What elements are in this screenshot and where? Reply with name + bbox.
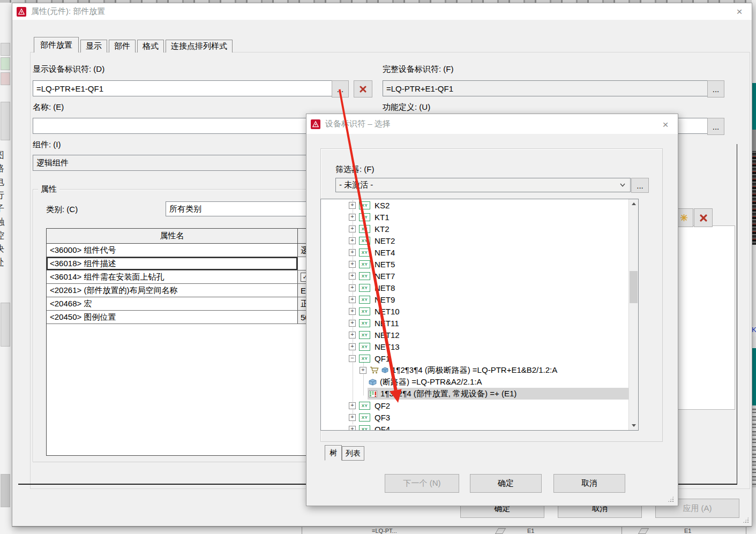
xy-layout-space-icon: XY (359, 307, 370, 315)
tree-scrollbar[interactable] (628, 199, 638, 430)
expand-plus-icon[interactable]: + (349, 414, 356, 421)
scroll-down-icon[interactable] (629, 421, 638, 430)
view-tab-1[interactable]: 列表 (342, 446, 364, 461)
tree-item[interactable]: +XYNET8 (321, 282, 638, 294)
selection-button-2[interactable]: 取消 (553, 474, 625, 493)
property-name-header[interactable]: 属性名 (47, 229, 298, 243)
tree-item[interactable]: +XYNET5 (321, 258, 638, 270)
properties-dialog-titlebar[interactable]: 属性(元件): 部件放置 (12, 3, 752, 20)
tree-item[interactable]: +XYNET13 (321, 341, 638, 352)
expand-plus-icon[interactable]: + (349, 284, 356, 291)
tree-item-body[interactable]: 1¶3¶2¶4 (部件放置, 常规设备) =+ (E1) (368, 388, 638, 400)
tree-item-body[interactable]: XYNET5 (358, 258, 638, 270)
property-name-cell[interactable]: <36018> 组件描述 (47, 257, 298, 270)
close-icon[interactable]: × (733, 6, 745, 18)
selection-dialog-titlebar[interactable]: 设备标识符 – 选择 (306, 114, 678, 134)
tree-item[interactable]: +XYQF4 (321, 423, 638, 431)
displayed-dt-delete-button[interactable] (354, 80, 372, 97)
tree-item[interactable]: +1¶2¶3¶4 (两极断路器) =LQ-PTR+E1&B2/1.2:A (321, 364, 638, 376)
tree-item-body[interactable]: XYNET4 (358, 246, 638, 258)
tree-item-body[interactable]: XYKT1 (358, 211, 638, 223)
tree-item[interactable]: +XYQF2 (321, 400, 638, 411)
selection-button-1[interactable]: 确定 (470, 474, 542, 493)
tab-3[interactable]: 格式 (137, 40, 164, 52)
displayed-dt-input[interactable]: =LQ-PTR+E1-QF1 (33, 80, 336, 96)
full-dt-browse-button[interactable]: ... (707, 80, 724, 97)
tree-item-body[interactable]: XYNET12 (358, 329, 638, 341)
tree-item[interactable]: +XYQF3 (321, 411, 638, 423)
filter-label: 筛选器: (F) (335, 164, 375, 175)
tree-item-body[interactable]: XYQF3 (358, 411, 638, 423)
tab-4[interactable]: 连接点排列样式 (166, 40, 233, 52)
collapse-minus-icon[interactable]: − (349, 355, 356, 362)
tree-item-body[interactable]: XYNET11 (358, 317, 638, 329)
tree-item[interactable]: +XYNET10 (321, 305, 638, 317)
filter-browse-button[interactable]: ... (631, 178, 649, 193)
property-name-cell[interactable]: <20450> 图例位置 (47, 311, 298, 324)
tree-item-body[interactable]: XYNET7 (358, 270, 638, 282)
tree-item-body[interactable]: XYQF2 (358, 400, 638, 411)
tree-item[interactable]: +XYKS2 (321, 199, 638, 211)
tree-item-body[interactable]: XYNET2 (358, 235, 638, 246)
expand-plus-icon[interactable]: + (349, 402, 356, 409)
tree-item[interactable]: +XYNET9 (321, 294, 638, 305)
name-input[interactable] (33, 118, 336, 134)
expand-plus-icon[interactable]: + (349, 343, 356, 350)
background-panel-fragment (1, 102, 10, 140)
property-name-cell[interactable]: <36000> 组件代号 (47, 244, 298, 257)
tree-item[interactable]: +XYNET11 (321, 317, 638, 329)
expand-plus-icon[interactable]: + (349, 249, 356, 256)
expand-plus-icon[interactable]: + (349, 273, 356, 280)
view-tab-0[interactable]: 树 (325, 445, 342, 461)
expand-plus-icon[interactable]: + (349, 214, 356, 221)
property-name-cell[interactable]: <20261> (部件放置的)布局空间名称 (47, 284, 298, 297)
close-icon[interactable]: × (660, 119, 671, 131)
tree-item-body[interactable]: XYNET9 (358, 294, 638, 305)
expand-plus-icon[interactable]: + (360, 367, 366, 374)
device-tree[interactable]: +XYKS2+XYKT1+XYKT2+XYNET2+XYNET4+XYNET5+… (320, 199, 639, 431)
tab-0[interactable]: 部件放置 (34, 37, 79, 52)
expand-plus-icon[interactable]: + (349, 332, 356, 339)
expand-plus-icon[interactable]: + (349, 296, 356, 303)
property-name-cell[interactable]: <20468> 宏 (47, 297, 298, 310)
tree-item-body[interactable]: XYQF1 (358, 352, 638, 364)
filter-dropdown[interactable]: - 未激活 - (335, 178, 631, 192)
scrollbar-thumb[interactable] (630, 271, 638, 303)
tree-item-body[interactable]: 1¶2¶3¶4 (两极断路器) =LQ-PTR+E1&B2/1.2:A (369, 364, 638, 376)
expand-plus-icon[interactable]: + (349, 225, 356, 232)
tree-item[interactable]: +XYKT2 (321, 223, 638, 235)
expand-plus-icon[interactable]: + (349, 202, 356, 209)
tab-2[interactable]: 部件 (109, 40, 136, 52)
expand-plus-icon[interactable]: + (349, 237, 356, 244)
delete-property-button[interactable] (694, 208, 713, 227)
tree-item[interactable]: +XYKT1 (321, 211, 638, 223)
expand-plus-icon[interactable]: + (349, 320, 356, 327)
tree-item[interactable]: −XYQF1 (321, 352, 638, 364)
property-name-cell[interactable]: <36014> 组件需在安装面上钻孔 (47, 270, 298, 283)
resize-grip[interactable] (668, 496, 674, 502)
tree-item[interactable]: +XYNET2 (321, 235, 638, 246)
tree-item-body[interactable]: XYNET8 (358, 282, 638, 294)
tree-item-label: NET10 (373, 307, 400, 316)
expand-plus-icon[interactable]: + (349, 426, 356, 431)
resize-grip[interactable] (743, 517, 749, 523)
function-def-label: 功能定义: (U) (383, 102, 430, 112)
function-def-browse-button[interactable]: ... (707, 118, 724, 135)
tree-item-body[interactable]: XYNET13 (358, 341, 638, 352)
tree-item-body[interactable]: XYNET10 (358, 305, 638, 317)
tree-item[interactable]: +XYNET4 (321, 246, 638, 258)
tree-item-body[interactable]: XYKT2 (358, 223, 638, 235)
tree-item-body[interactable]: XYKS2 (358, 199, 638, 211)
tab-1[interactable]: 显示 (80, 40, 107, 52)
displayed-dt-browse-button[interactable]: ... (332, 80, 349, 97)
tree-item-body[interactable]: (断路器) =LQ-PTR&A2/2.1:A (368, 376, 638, 388)
tree-item[interactable]: (断路器) =LQ-PTR&A2/2.1:A (321, 376, 638, 388)
layout-space-icon (495, 528, 506, 534)
tree-item[interactable]: +XYNET7 (321, 270, 638, 282)
scroll-up-icon[interactable] (629, 199, 638, 208)
expand-plus-icon[interactable]: + (349, 308, 356, 315)
tree-item[interactable]: +XYNET12 (321, 329, 638, 341)
tree-item-body[interactable]: XYQF4 (358, 423, 638, 431)
expand-plus-icon[interactable]: + (349, 261, 356, 268)
tree-item[interactable]: 1¶3¶2¶4 (部件放置, 常规设备) =+ (E1) (321, 388, 638, 400)
